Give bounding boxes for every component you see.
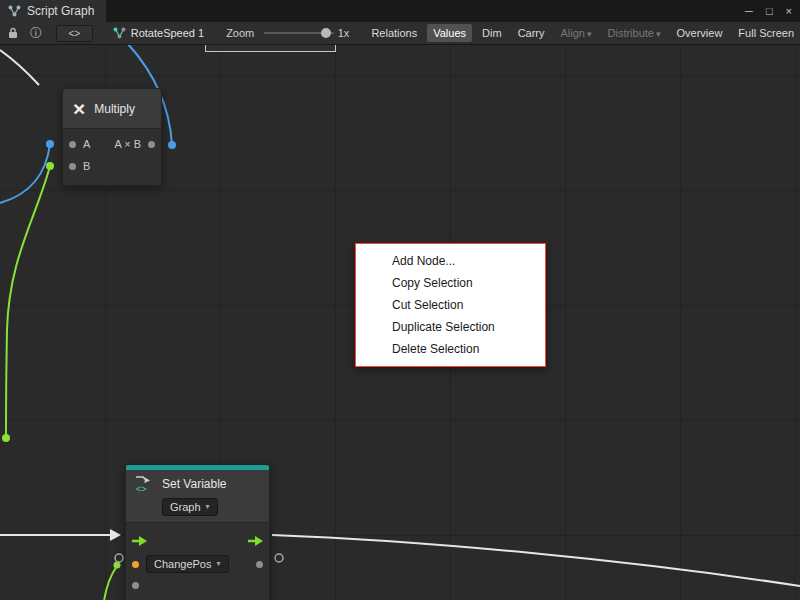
carry-button[interactable]: Carry	[512, 24, 551, 42]
chevron-down-icon: ▾	[217, 557, 221, 571]
graph-toolbar: ⓘ <> RotateSpeed 1 Zoom 1x Relations Val…	[0, 22, 800, 45]
multiply-row-b: B	[63, 155, 161, 177]
align-button[interactable]: Align▾	[555, 24, 598, 42]
info-icon[interactable]: ⓘ	[30, 25, 42, 42]
graph-icon	[8, 5, 21, 17]
port-a-input[interactable]	[69, 141, 76, 148]
tab-label: Script Graph	[27, 4, 94, 18]
multiply-icon: ×	[73, 98, 85, 119]
window-controls: ─ □ ×	[745, 0, 792, 22]
relations-button[interactable]: Relations	[365, 24, 423, 42]
dim-button[interactable]: Dim	[476, 24, 508, 42]
zoom-value: 1x	[338, 27, 350, 39]
menu-item-delete-selection[interactable]: Delete Selection	[356, 338, 545, 360]
port-b-input[interactable]	[69, 163, 76, 170]
set-variable-header[interactable]: <> Set Variable Graph ▾	[126, 470, 269, 523]
multiply-title: Multiply	[94, 102, 135, 116]
scope-value: Graph	[170, 500, 201, 514]
flow-row	[126, 529, 269, 553]
chevron-down-icon: ▾	[656, 29, 661, 39]
value-input-port[interactable]	[132, 582, 139, 589]
flow-output-arrow-icon[interactable]	[247, 535, 264, 547]
port-output[interactable]	[148, 141, 155, 148]
code-view-button[interactable]: <>	[56, 25, 93, 42]
menu-item-cut-selection[interactable]: Cut Selection	[356, 294, 545, 316]
menu-item-add-node[interactable]: Add Node...	[356, 250, 545, 272]
unity-window: × Multiply A A × B B	[0, 0, 800, 600]
script-graph-asset-icon	[113, 27, 126, 39]
menu-item-copy-selection[interactable]: Copy Selection	[356, 272, 545, 294]
node-set-variable[interactable]: <> Set Variable Graph ▾	[125, 464, 270, 600]
scope-dropdown[interactable]: Graph ▾	[162, 498, 218, 516]
multiply-row-a: A A × B	[63, 133, 161, 155]
multiply-header[interactable]: × Multiply	[63, 89, 161, 129]
chevron-down-icon: ▾	[587, 29, 592, 39]
variable-dropdown[interactable]: ChangePos ▾	[146, 555, 229, 573]
port-output-label: A × B	[114, 138, 141, 150]
zoom-slider[interactable]	[264, 32, 333, 34]
menu-item-duplicate-selection[interactable]: Duplicate Selection	[356, 316, 545, 338]
chevron-down-icon: ▾	[206, 500, 210, 514]
svg-text:<>: <>	[136, 484, 147, 494]
variable-row: ChangePos ▾	[126, 553, 269, 575]
value-row	[126, 575, 269, 595]
variable-value: ChangePos	[154, 557, 212, 571]
tab-script-graph[interactable]: Script Graph	[0, 0, 106, 22]
variable-out-port[interactable]	[256, 561, 263, 568]
maximize-button[interactable]: □	[766, 6, 773, 17]
set-variable-icon: <>	[134, 475, 156, 493]
zoom-slider-knob[interactable]	[321, 28, 331, 38]
port-b-label: B	[83, 160, 90, 172]
minimize-button[interactable]: ─	[745, 6, 753, 17]
distribute-button[interactable]: Distribute▾	[602, 24, 667, 42]
zoom-label: Zoom	[226, 27, 254, 39]
overview-button[interactable]: Overview	[671, 24, 729, 42]
values-button[interactable]: Values	[427, 24, 472, 42]
lock-icon[interactable]	[8, 27, 18, 39]
port-a-label: A	[83, 138, 90, 150]
set-variable-title: Set Variable	[162, 477, 226, 491]
node-multiply[interactable]: × Multiply A A × B B	[62, 88, 162, 186]
close-button[interactable]: ×	[786, 6, 792, 17]
full-screen-button[interactable]: Full Screen	[732, 24, 800, 42]
asset-breadcrumb[interactable]: RotateSpeed 1	[131, 27, 204, 39]
set-variable-body: ChangePos ▾	[126, 523, 269, 600]
context-menu: Add Node... Copy Selection Cut Selection…	[355, 243, 546, 367]
multiply-body: A A × B B	[63, 129, 161, 185]
flow-input-arrow-icon[interactable]	[131, 535, 148, 547]
variable-name-port[interactable]	[132, 561, 139, 568]
tab-bar: Script Graph	[0, 0, 800, 22]
